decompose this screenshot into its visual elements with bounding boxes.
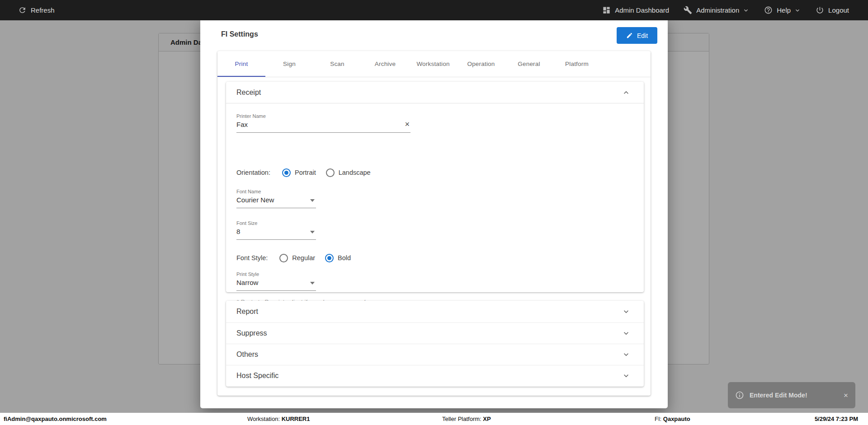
- orientation-landscape-radio[interactable]: Landscape: [326, 168, 371, 177]
- edit-button-label: Edit: [637, 32, 648, 39]
- refresh-button[interactable]: Refresh: [18, 6, 55, 14]
- status-bar: fiAdmin@qaxpauto.onmicrosoft.com Worksta…: [0, 413, 868, 425]
- font-style-regular-radio[interactable]: Regular: [279, 254, 315, 262]
- workstation-value: KURRER1: [282, 416, 310, 422]
- chevron-down-icon: [622, 307, 631, 316]
- font-name-label: Font Name: [236, 189, 316, 194]
- logout-button[interactable]: Logout: [816, 6, 849, 14]
- font-name-value: Courier New: [236, 196, 274, 204]
- administration-menu[interactable]: Administration: [684, 6, 750, 14]
- toast-message: Entered Edit Mode!: [750, 392, 838, 399]
- chevron-down-icon: [742, 7, 750, 14]
- receipt-section-body: Printer Name Fax × Orientation: Portrait…: [226, 103, 644, 292]
- tab-operation[interactable]: Operation: [457, 51, 505, 77]
- help-menu[interactable]: Help: [764, 6, 801, 14]
- dropdown-caret-icon: [310, 231, 315, 234]
- radio-unselected-icon: [326, 168, 335, 177]
- top-navigation-bar: Refresh Admin Dashboard Administration H…: [0, 0, 868, 20]
- administration-label: Administration: [696, 6, 739, 14]
- chevron-down-icon: [622, 371, 631, 380]
- receipt-section-title: Receipt: [236, 89, 261, 97]
- logout-label: Logout: [828, 6, 849, 14]
- logged-in-user: fiAdmin@qaxpauto.onmicrosoft.com: [4, 413, 107, 425]
- teller-platform-value: XP: [483, 416, 491, 422]
- fi-settings-dialog: FI Settings Edit Print Sign Scan Archive…: [200, 17, 668, 408]
- receipt-section: Receipt Printer Name Fax × Orientation: …: [226, 82, 644, 292]
- pencil-icon: [626, 32, 633, 39]
- fi-label: FI:: [655, 416, 661, 422]
- print-style-select[interactable]: Narrow: [236, 279, 316, 291]
- workstation-label: Workstation:: [247, 416, 280, 422]
- edit-button[interactable]: Edit: [617, 27, 657, 44]
- font-style-bold-radio[interactable]: Bold: [325, 254, 351, 262]
- chevron-down-icon: [622, 350, 631, 359]
- print-style-label: Print Style: [236, 271, 316, 277]
- radio-selected-icon: [325, 254, 334, 262]
- host-specific-section-header[interactable]: Host Specific: [226, 365, 644, 386]
- suppress-section-title: Suppress: [236, 329, 267, 337]
- power-icon: [816, 6, 824, 14]
- print-style-field: Print Style Narrow: [236, 271, 316, 291]
- clear-icon[interactable]: ×: [405, 120, 410, 128]
- refresh-icon: [18, 6, 27, 14]
- orientation-landscape-label: Landscape: [339, 169, 371, 176]
- dropdown-caret-icon: [310, 282, 315, 285]
- font-style-row: Font Style: Regular Bold: [236, 252, 361, 264]
- collapsed-sections-panel: Report Suppress Others Host Specific: [226, 301, 644, 387]
- toast-notification: Entered Edit Mode! ×: [728, 382, 855, 408]
- tab-print[interactable]: Print: [217, 51, 265, 77]
- tab-general[interactable]: General: [505, 51, 553, 77]
- chevron-down-icon: [622, 329, 631, 338]
- others-section-header[interactable]: Others: [226, 344, 644, 365]
- dashboard-icon: [602, 6, 611, 14]
- fi-value: Qaxpauto: [663, 416, 690, 422]
- printer-name-label: Printer Name: [236, 113, 410, 119]
- font-style-label: Font Style:: [236, 254, 268, 262]
- chevron-down-icon: [794, 7, 801, 14]
- dropdown-caret-icon: [310, 199, 315, 202]
- font-name-select[interactable]: Courier New: [236, 196, 316, 208]
- refresh-label: Refresh: [31, 6, 55, 14]
- report-section-title: Report: [236, 308, 258, 316]
- dialog-title: FI Settings: [221, 30, 258, 38]
- tab-sign[interactable]: Sign: [265, 51, 313, 77]
- settings-card: Print Sign Scan Archive Workstation Oper…: [217, 51, 651, 396]
- orientation-label: Orientation:: [236, 169, 270, 176]
- admin-dashboard-link[interactable]: Admin Dashboard: [602, 6, 669, 14]
- fi-status: FI: Qaxpauto: [655, 413, 690, 425]
- datetime-status: 5/29/24 7:23 PM: [815, 413, 858, 425]
- suppress-section-header[interactable]: Suppress: [226, 322, 644, 344]
- tab-workstation[interactable]: Workstation: [409, 51, 457, 77]
- font-size-label: Font Size: [236, 220, 316, 226]
- printer-name-value: Fax: [236, 121, 248, 128]
- workstation-status: Workstation: KURRER1: [247, 413, 310, 425]
- admin-dashboard-label: Admin Dashboard: [615, 6, 669, 14]
- orientation-portrait-label: Portrait: [295, 169, 316, 176]
- help-label: Help: [777, 6, 791, 14]
- radio-unselected-icon: [279, 254, 288, 262]
- host-specific-section-title: Host Specific: [236, 372, 278, 380]
- receipt-section-header[interactable]: Receipt: [226, 82, 644, 103]
- teller-platform-label: Teller Platform:: [442, 416, 481, 422]
- others-section-title: Others: [236, 350, 258, 359]
- tab-bar: Print Sign Scan Archive Workstation Oper…: [217, 51, 651, 77]
- font-name-field: Font Name Courier New: [236, 189, 316, 208]
- wrench-icon: [684, 6, 692, 14]
- report-section-header[interactable]: Report: [226, 301, 644, 322]
- radio-selected-icon: [282, 168, 291, 177]
- tab-platform[interactable]: Platform: [553, 51, 601, 77]
- orientation-portrait-radio[interactable]: Portrait: [282, 168, 316, 177]
- font-size-value: 8: [236, 228, 240, 235]
- printer-name-input[interactable]: Fax ×: [236, 121, 410, 133]
- teller-platform-status: Teller Platform: XP: [442, 413, 491, 425]
- toast-close-icon[interactable]: ×: [844, 392, 848, 399]
- font-size-field: Font Size 8: [236, 220, 316, 240]
- orientation-row: Orientation: Portrait Landscape: [236, 167, 381, 178]
- tab-scan[interactable]: Scan: [313, 51, 361, 77]
- help-icon: [764, 6, 773, 14]
- chevron-up-icon: [622, 88, 631, 97]
- print-style-value: Narrow: [236, 279, 258, 286]
- printer-name-field: Printer Name Fax ×: [236, 113, 410, 133]
- font-size-select[interactable]: 8: [236, 228, 316, 240]
- tab-archive[interactable]: Archive: [361, 51, 409, 77]
